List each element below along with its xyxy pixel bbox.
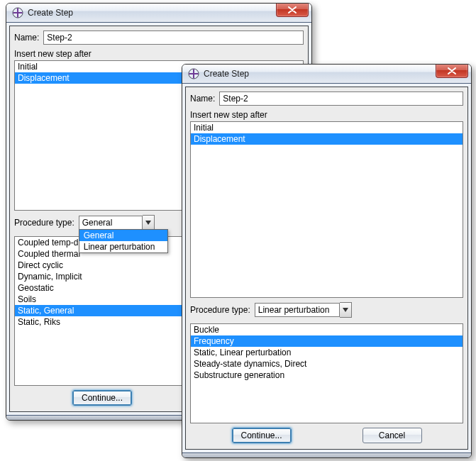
continue-button[interactable]: Continue... [232,428,292,443]
name-row: Name: [190,91,463,106]
step-listbox[interactable]: InitialDisplacement [190,121,463,298]
name-input[interactable] [43,30,304,45]
procedure-type-dropdown[interactable]: Linear perturbation [255,302,352,318]
window-title: Create Step [28,8,73,18]
name-label: Name: [14,33,39,43]
create-step-dialog-2: Create Step Name: Insert new step after … [182,64,472,458]
close-icon [288,6,297,13]
svg-rect-2 [13,12,23,13]
procedure-listbox[interactable]: BuckleFrequencyStatic, Linear perturbati… [190,323,463,423]
window-bottom-border [182,452,471,457]
close-icon [448,67,456,74]
procedure-list-item[interactable]: Static, Linear perturbation [191,347,463,358]
app-icon [12,7,23,18]
cancel-button[interactable]: Cancel [362,428,422,443]
dialog-body: Name: Insert new step after InitialDispl… [185,87,468,450]
insert-after-label: Insert new step after [190,110,463,120]
step-list-item[interactable]: Initial [191,122,463,133]
procedure-type-value: Linear perturbation [255,303,340,317]
name-input[interactable] [219,91,463,106]
procedure-type-label: Procedure type: [14,218,74,228]
chevron-down-icon [343,308,348,312]
procedure-type-label: Procedure type: [190,305,250,315]
window-title: Create Step [204,69,249,79]
close-button[interactable] [436,64,468,78]
procedure-type-popup[interactable]: GeneralLinear perturbation [79,229,168,253]
procedure-list-item[interactable]: Substructure generation [191,370,463,381]
procedure-type-value: General [79,216,143,230]
button-bar: Continue... Cancel [190,423,463,445]
procedure-type-option[interactable]: General [79,230,167,241]
insert-after-label: Insert new step after [14,49,304,59]
app-icon [188,68,199,79]
procedure-list-item[interactable]: Buckle [191,324,463,335]
dropdown-button[interactable] [143,215,155,230]
continue-button[interactable]: Continue... [72,390,132,406]
titlebar[interactable]: Create Step [6,4,311,23]
name-label: Name: [190,94,215,104]
step-list-item[interactable]: Displacement [191,133,463,145]
titlebar[interactable]: Create Step [182,65,471,84]
procedure-list-item[interactable]: Steady-state dynamics, Direct [191,358,463,370]
dropdown-button[interactable] [340,302,352,318]
svg-rect-5 [189,73,199,74]
close-button[interactable] [276,3,309,17]
name-row: Name: [14,30,304,45]
chevron-down-icon [145,221,151,225]
procedure-type-dropdown[interactable]: General GeneralLinear perturbation [79,215,155,230]
procedure-type-option[interactable]: Linear perturbation [79,241,167,252]
procedure-type-row: Procedure type: Linear perturbation [190,302,463,318]
procedure-list-item[interactable]: Frequency [191,335,463,347]
